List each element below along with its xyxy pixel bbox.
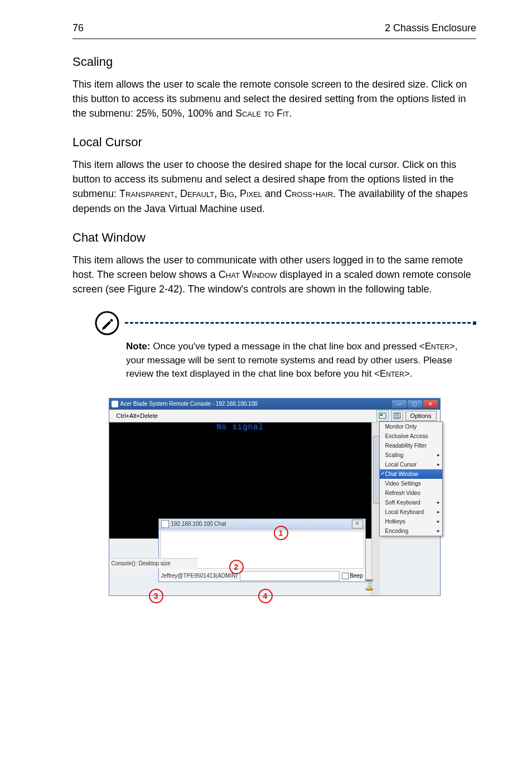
chapter-title: 2 Chassis Enclosure [385, 22, 476, 34]
embedded-screenshot: Acer Blade System Remote Console - 192.1… [109, 398, 441, 596]
beep-checkbox[interactable] [342, 573, 349, 579]
maximize-button[interactable]: ▢ [408, 400, 422, 408]
text-smallcaps: Enter [380, 368, 404, 379]
paragraph-local-cursor: This item allows the user to choose the … [72, 157, 476, 215]
text-smallcaps: Pixel [240, 188, 262, 199]
text: >. [404, 368, 413, 379]
text: and [262, 188, 284, 199]
dropdown-item[interactable]: Local Keyboard [380, 507, 442, 517]
window-title: Acer Blade System Remote Console - 192.1… [120, 401, 258, 407]
pencil-note-icon [95, 311, 119, 335]
chat-input-row: Jeffrey@TPE9501413(ADMIN) Beep [159, 570, 365, 582]
dropdown-item[interactable]: Video Settings [380, 479, 442, 488]
text: , [214, 188, 220, 199]
chat-app-icon [161, 520, 169, 528]
dropdown-item[interactable]: Local Cursor [380, 460, 442, 469]
text: , [175, 188, 180, 199]
options-dropdown[interactable]: Monitor OnlyExclusive AccessReadability … [379, 421, 443, 536]
heading-scaling: Scaling [72, 55, 476, 69]
dropdown-item[interactable]: Soft Keyboard [380, 498, 442, 507]
chat-window[interactable]: 192.168.100.100 Chat ✕ Jeffrey@TPE950141… [158, 518, 366, 582]
text: , [234, 188, 240, 199]
text-smallcaps: Transparent [119, 188, 175, 199]
text-smallcaps: Scale to Fit [235, 108, 289, 119]
options-button[interactable]: Options [405, 411, 437, 421]
callout-3: 3 [149, 589, 163, 603]
dropdown-item[interactable]: Exclusive Access [380, 431, 442, 441]
chat-close-button[interactable]: ✕ [352, 520, 363, 528]
dropdown-item[interactable]: Refresh Video [380, 488, 442, 498]
paragraph-scaling: This item allows the user to scale the r… [72, 77, 476, 121]
no-signal-label: No signal [109, 422, 371, 431]
app-icon [112, 401, 118, 407]
beep-label: Beep [350, 573, 362, 579]
text-smallcaps: Big [220, 188, 234, 199]
note-divider [125, 322, 471, 324]
heading-local-cursor: Local Cursor [72, 135, 476, 150]
chat-titlebar[interactable]: 192.168.100.100 Chat ✕ [159, 519, 365, 530]
text-smallcaps: Chat Window [219, 269, 277, 280]
dropdown-item[interactable]: Chat Window [380, 469, 442, 479]
toolbar-icon-1[interactable] [376, 410, 389, 421]
header-rule [72, 39, 476, 39]
callout-4: 4 [258, 589, 273, 603]
note-label: Note: [126, 341, 150, 352]
text-smallcaps: Cross-hair [284, 188, 333, 199]
svg-rect-2 [380, 414, 383, 416]
status-text: Console(): Desktop size [112, 560, 171, 566]
chat-title-text: 192.168.100.100 Chat [171, 521, 226, 527]
text-smallcaps: Default [180, 188, 214, 199]
text-smallcaps: Enter [425, 341, 449, 352]
status-bar: Console(): Desktop size [109, 558, 197, 569]
close-button[interactable]: ✕ [423, 400, 438, 408]
text: Once you've typed a message in the chat … [150, 341, 424, 352]
callout-1: 1 [274, 526, 288, 540]
callout-2: 2 [229, 560, 244, 574]
heading-chat-window: Chat Window [72, 230, 476, 245]
note-divider-end [473, 321, 476, 325]
text: . [289, 108, 292, 119]
chat-user-label: Jeffrey@TPE9501413(ADMIN) [161, 573, 238, 579]
menubar: Ctrl+Alt+Delete Options [109, 410, 440, 422]
menu-ctrl-alt-delete[interactable]: Ctrl+Alt+Delete [113, 411, 162, 421]
dropdown-item[interactable]: Hotkeys [380, 517, 442, 526]
minimize-button[interactable]: — [392, 400, 407, 408]
paragraph-chat-window: This item allows the user to communicate… [72, 253, 476, 296]
window-titlebar[interactable]: Acer Blade System Remote Console - 192.1… [109, 398, 440, 410]
page-number: 76 [72, 22, 84, 34]
note-text: Note: Once you've typed a message in the… [126, 340, 476, 381]
note-block: Note: Once you've typed a message in the… [95, 311, 476, 381]
dropdown-item[interactable]: Encoding [380, 526, 442, 536]
dropdown-item[interactable]: Readability Filter [380, 441, 442, 450]
dropdown-item[interactable]: Scaling [380, 450, 442, 460]
chat-input-field[interactable] [240, 571, 340, 581]
toolbar-icon-2[interactable] [391, 410, 403, 421]
dropdown-item[interactable]: Monitor Only [380, 422, 442, 431]
